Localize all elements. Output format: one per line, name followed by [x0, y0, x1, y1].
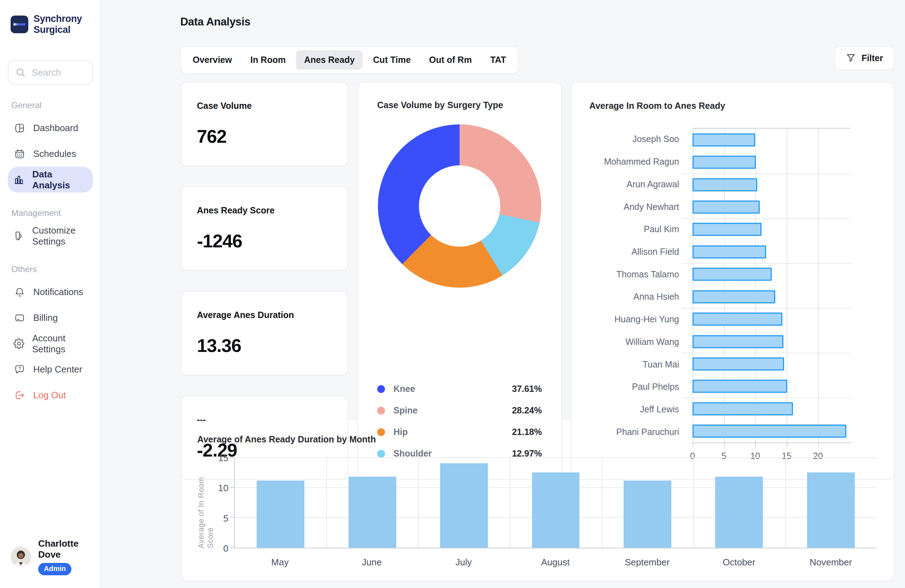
- month-bar[interactable]: [532, 472, 580, 548]
- hbar-row: [692, 308, 851, 330]
- tab-out-of-rm[interactable]: Out of Rm: [421, 50, 480, 70]
- sidebar-item-customize-settings[interactable]: Customize Settings: [8, 223, 93, 249]
- hbar-bar[interactable]: [692, 268, 772, 281]
- hbar-bar[interactable]: [692, 133, 755, 146]
- sidebar-item-schedules[interactable]: Schedules: [8, 141, 93, 167]
- month-bar[interactable]: [440, 463, 488, 548]
- filter-button[interactable]: Filter: [834, 46, 894, 70]
- month-label: November: [785, 548, 877, 574]
- app-logo: [11, 16, 28, 33]
- dashboard-icon: [13, 123, 25, 133]
- month-bar[interactable]: [257, 480, 304, 548]
- hbar-bar[interactable]: [692, 156, 756, 169]
- hbar-category-label: Thomas Talamo: [589, 263, 692, 285]
- hbar-bar[interactable]: [692, 290, 775, 303]
- logout-icon: [13, 390, 25, 401]
- legend-label: Knee: [394, 384, 415, 394]
- hbar-category-label: Allison Field: [589, 241, 692, 263]
- y-tick-label: 0: [224, 543, 229, 554]
- hbar-bar[interactable]: [692, 335, 783, 348]
- tab-bar: OverviewIn RoomAnes ReadyCut TimeOut of …: [180, 46, 519, 74]
- hbar-row: [692, 128, 851, 151]
- stat-card: Anes Ready Score-1246: [180, 186, 348, 271]
- search-box: [8, 60, 93, 85]
- tab-cut-time[interactable]: Cut Time: [365, 50, 419, 70]
- filter-label: Filter: [862, 53, 883, 63]
- role-badge: Admin: [38, 563, 71, 575]
- month-bar[interactable]: [807, 472, 855, 548]
- hbar-bar[interactable]: [692, 357, 784, 370]
- month-column: [418, 458, 510, 548]
- monthly-chart-plot-area: [234, 458, 877, 548]
- hbar-bar[interactable]: [692, 178, 757, 191]
- legend-dot: [377, 450, 385, 458]
- hbar-row: [692, 330, 851, 353]
- axis-tick: [755, 443, 756, 447]
- sidebar-item-data-analysis[interactable]: Data Analysis: [8, 167, 93, 193]
- month-bar[interactable]: [349, 477, 396, 548]
- month-bar[interactable]: [624, 480, 671, 548]
- stat-card-title: ---: [197, 415, 332, 425]
- user-profile[interactable]: Charlotte Dove Admin: [8, 531, 93, 575]
- month-column: [602, 458, 693, 548]
- stat-card-value: 13.36: [197, 335, 332, 356]
- axis-tick: [818, 443, 819, 447]
- sidebar-item-notifications[interactable]: Notifications: [8, 279, 93, 305]
- sidebar-item-billing[interactable]: Billing: [8, 305, 93, 331]
- month-column: [785, 458, 877, 548]
- month-bar[interactable]: [715, 477, 763, 548]
- sidebar-item-label: Dashboard: [33, 123, 78, 133]
- hbar-bar[interactable]: [692, 200, 760, 214]
- calendar-icon: [13, 148, 25, 159]
- tab-tat[interactable]: TAT: [482, 50, 514, 70]
- month-column: [326, 458, 418, 548]
- bell-icon: [13, 287, 25, 298]
- hbar-bar[interactable]: [692, 425, 846, 438]
- legend-label: Hip: [394, 427, 408, 437]
- sidebar-item-label: Customize Settings: [32, 225, 87, 247]
- hbar-row: [692, 375, 851, 398]
- hbar-category-label: Paul Kim: [589, 218, 692, 241]
- monthly-chart-y-ticks: 051015: [214, 458, 234, 548]
- legend-row: Knee37.61%: [377, 378, 542, 399]
- hbar-row: [692, 151, 851, 173]
- sidebar-item-dashboard[interactable]: Dashboard: [8, 115, 93, 141]
- hbar-bar[interactable]: [692, 313, 782, 326]
- tab-in-room[interactable]: In Room: [242, 50, 294, 70]
- sidebar-section-label: General: [11, 100, 89, 110]
- hbar-bar[interactable]: [692, 402, 793, 415]
- credit-card-icon: [13, 312, 25, 323]
- sidebar-item-log-out[interactable]: Log Out: [8, 382, 93, 408]
- sidebar-item-help-center[interactable]: ?Help Center: [8, 357, 93, 382]
- month-column: [510, 458, 601, 548]
- hbar-category-label: Andy Newhart: [589, 195, 692, 218]
- tab-overview[interactable]: Overview: [184, 50, 240, 70]
- hbar-row: [692, 173, 851, 196]
- hbar-bar[interactable]: [692, 245, 766, 258]
- legend-value: 21.18%: [512, 427, 542, 437]
- y-tick-label: 10: [218, 483, 229, 494]
- hbar-bar[interactable]: [692, 380, 787, 393]
- legend-dot: [377, 385, 385, 393]
- axis-tick: [787, 443, 787, 447]
- stat-card-title: Case Volume: [197, 101, 332, 111]
- donut-chart-card: Case Volume by Surgery Type Knee37.61%Sp…: [357, 82, 562, 480]
- palette-icon: [13, 230, 24, 241]
- hbar-chart-card: Average In Room to Anes Ready Joseph Soo…: [571, 82, 894, 480]
- donut-legend: Knee37.61%Spine28.24%Hip21.18%Shoulder12…: [377, 378, 542, 464]
- y-tick-label: 15: [218, 453, 229, 464]
- month-label: August: [510, 548, 601, 574]
- hbar-category-label: Jeff Lewis: [589, 398, 692, 421]
- tab-anes-ready[interactable]: Anes Ready: [296, 50, 363, 70]
- donut-chart-title: Case Volume by Surgery Type: [377, 100, 542, 110]
- month-label: October: [693, 548, 785, 574]
- sidebar-section-label: Others: [11, 264, 89, 274]
- sidebar-nav: GeneralDashboardSchedulesData AnalysisMa…: [8, 85, 93, 408]
- sidebar-item-account-settings[interactable]: Account Settings: [8, 331, 93, 357]
- legend-value: 37.61%: [512, 384, 542, 394]
- hbar-row: [692, 353, 851, 375]
- hbar-bar[interactable]: [692, 223, 762, 236]
- axis-tick: [692, 443, 693, 447]
- axis-tick: [724, 443, 725, 447]
- legend-label: Spine: [394, 405, 418, 415]
